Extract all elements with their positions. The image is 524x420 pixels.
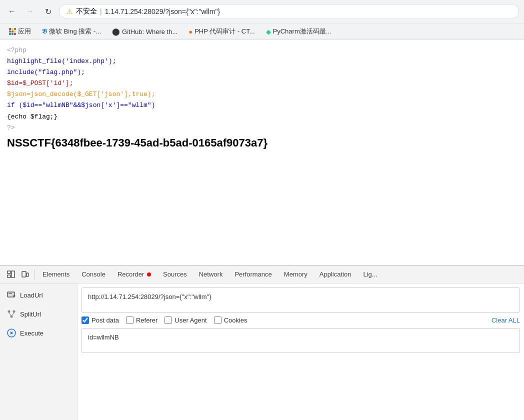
referer-checkbox-label[interactable]: Referer xyxy=(126,316,158,324)
bookmark-apps[interactable]: 应用 xyxy=(5,26,35,38)
bookmark-php[interactable]: ● PHP 代码审计 - CT... xyxy=(184,26,258,38)
tab-sources[interactable]: Sources xyxy=(157,266,193,284)
bookmark-github[interactable]: ⬤ GitHub: Where th... xyxy=(108,26,182,37)
bookmark-php-label: PHP 代码审计 - CT... xyxy=(194,27,254,36)
bookmark-bing[interactable]: 𝔅 微软 Bing 搜索 -... xyxy=(38,26,105,38)
clear-all-button[interactable]: Clear ALL xyxy=(492,316,520,324)
user-agent-label: User Agent xyxy=(174,316,206,324)
tab-recorder[interactable]: Recorder xyxy=(112,266,157,284)
refresh-button[interactable]: ↻ xyxy=(41,4,55,18)
options-row: Post data Referer User Agent Cookies Cle… xyxy=(82,316,520,324)
devtools-inspect-button[interactable] xyxy=(4,268,18,282)
code-line-2: highlight_file('index.php'); xyxy=(7,58,116,65)
tab-console[interactable]: Console xyxy=(76,266,112,284)
tools-sidebar: LoadUrl SplitUrl xyxy=(0,284,78,420)
execute-icon xyxy=(6,328,17,338)
spliturl-icon xyxy=(6,308,17,320)
apps-grid-icon xyxy=(9,28,16,35)
url-display: 1.14.71.254:28029/?json={"x":"wllm"} xyxy=(105,8,220,16)
referer-label: Referer xyxy=(136,316,158,324)
svg-rect-2 xyxy=(12,271,14,278)
code-line-6: if ($id=="wllmNB"&&$json['x']=="wllm") xyxy=(7,102,155,109)
nav-bar: ← → ↻ ⚠ 不安全 | 1.14.71.254:28029/?json={"… xyxy=(0,0,524,23)
loadurl-icon xyxy=(6,290,17,300)
svg-point-10 xyxy=(10,316,13,318)
flag-output: NSSCTF{6348fbee-1739-45ad-b5ad-0165af907… xyxy=(7,136,517,150)
execute-label: Execute xyxy=(20,330,44,337)
svg-rect-1 xyxy=(8,275,10,278)
security-warning-icon: ⚠ xyxy=(66,8,73,16)
bookmark-bing-label: 微软 Bing 搜索 -... xyxy=(49,27,101,36)
back-button[interactable]: ← xyxy=(5,4,19,18)
tab-network[interactable]: Network xyxy=(193,266,229,284)
code-line-7: {echo $flag;} xyxy=(7,113,58,120)
cookies-checkbox[interactable] xyxy=(214,316,222,324)
svg-point-8 xyxy=(8,310,10,313)
tab-application[interactable]: Application xyxy=(314,266,358,284)
svg-line-12 xyxy=(12,313,14,316)
svg-line-11 xyxy=(9,313,11,316)
devtools-tab-bar: Elements Console Recorder Sources Networ… xyxy=(0,266,524,284)
svg-point-9 xyxy=(13,310,16,313)
code-line-5: $json=json_decode($_GET['json'],true); xyxy=(7,90,155,98)
bookmarks-bar: 应用 𝔅 微软 Bing 搜索 -... ⬤ GitHub: Where th.… xyxy=(0,23,524,40)
url-separator: | xyxy=(100,8,102,16)
bookmark-github-label: GitHub: Where th... xyxy=(122,28,178,36)
svg-rect-6 xyxy=(8,293,12,294)
bookmark-pycharm[interactable]: ◆ PyCharm激活码最... xyxy=(262,26,336,38)
code-line-3: include("flag.php"); xyxy=(7,68,85,76)
svg-rect-3 xyxy=(22,272,26,277)
code-line-4: $id=$_POST['id']; xyxy=(7,80,74,87)
devtools-device-button[interactable] xyxy=(18,268,32,282)
bookmark-apps-label: 应用 xyxy=(18,27,31,36)
forward-button[interactable]: → xyxy=(23,4,37,18)
post-data-checkbox-label[interactable]: Post data xyxy=(82,316,119,324)
pycharm-icon: ◆ xyxy=(266,28,271,36)
post-data-checkbox[interactable] xyxy=(82,316,89,324)
user-agent-checkbox-label[interactable]: User Agent xyxy=(164,316,206,324)
tab-memory[interactable]: Memory xyxy=(278,266,314,284)
cookies-label: Cookies xyxy=(224,316,248,324)
referer-checkbox[interactable] xyxy=(126,316,134,324)
page-content: <?php highlight_file('index.php'); inclu… xyxy=(0,40,524,275)
devtools-content: LoadUrl SplitUrl xyxy=(0,284,524,420)
svg-rect-0 xyxy=(8,271,10,274)
browser-chrome: ← → ↻ ⚠ 不安全 | 1.14.71.254:28029/?json={"… xyxy=(0,0,524,40)
loadurl-button[interactable]: LoadUrl xyxy=(0,286,77,304)
tab-performance[interactable]: Performance xyxy=(228,266,278,284)
bookmark-pycharm-label: PyCharm激活码最... xyxy=(273,27,332,36)
recorder-badge xyxy=(147,272,151,276)
execute-button[interactable]: Execute xyxy=(0,324,77,342)
loadurl-label: LoadUrl xyxy=(20,292,43,299)
github-icon: ⬤ xyxy=(112,28,120,36)
security-text: 不安全 xyxy=(76,7,97,16)
devtools-separator-1 xyxy=(34,270,34,280)
post-data-label: Post data xyxy=(92,316,119,324)
tab-lighthouse[interactable]: Lig... xyxy=(357,266,383,284)
code-line-1: <?php xyxy=(7,46,26,54)
main-panel: http://1.14.71.254:28029/?json={"x":"wll… xyxy=(78,284,524,420)
url-input[interactable]: http://1.14.71.254:28029/?json={"x":"wll… xyxy=(82,288,520,312)
php-icon: ● xyxy=(188,28,192,36)
devtools-panel: Elements Console Recorder Sources Networ… xyxy=(0,265,524,420)
tab-elements[interactable]: Elements xyxy=(36,266,76,284)
code-line-8: ?> xyxy=(7,124,15,132)
user-agent-checkbox[interactable] xyxy=(164,316,172,324)
bing-icon: 𝔅 xyxy=(42,28,47,36)
svg-rect-4 xyxy=(26,273,28,276)
cookies-checkbox-label[interactable]: Cookies xyxy=(214,316,248,324)
address-bar[interactable]: ⚠ 不安全 | 1.14.71.254:28029/?json={"x":"wl… xyxy=(59,4,519,19)
spliturl-label: SplitUrl xyxy=(20,310,41,318)
source-code: <?php highlight_file('index.php'); inclu… xyxy=(7,45,517,134)
svg-rect-5 xyxy=(8,292,14,297)
post-data-input[interactable]: id=wllmNB xyxy=(82,328,520,353)
spliturl-button[interactable]: SplitUrl xyxy=(0,304,77,324)
